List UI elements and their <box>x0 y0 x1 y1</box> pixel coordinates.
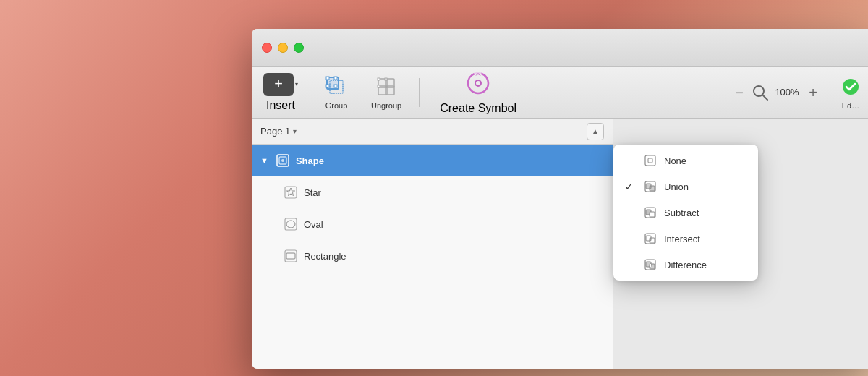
menu-item-subtract[interactable]: Subtract <box>613 200 758 226</box>
dropdown-menu: None ✓ Union <box>613 145 758 281</box>
zoom-area: − 100% + <box>731 83 822 102</box>
group-button[interactable]: Group <box>316 71 357 114</box>
svg-rect-29 <box>645 155 655 166</box>
menu-label-union: Union <box>664 181 689 192</box>
create-symbol-button[interactable]: Create Symbol <box>428 66 528 119</box>
main-content: Page 1 ▾ ▲ ▼ <box>252 119 868 369</box>
none-icon <box>644 154 657 167</box>
expand-arrow-icon: ▼ <box>260 156 268 165</box>
layer-name-rectangle: Rectangle <box>304 251 346 262</box>
svg-point-15 <box>468 73 488 93</box>
svg-point-26 <box>286 221 295 228</box>
toolbar-separator-2 <box>419 78 420 107</box>
toolbar-separator-1 <box>307 78 307 107</box>
insert-dropdown-arrow-icon: ▾ <box>295 81 298 87</box>
svg-rect-6 <box>334 85 337 87</box>
main-window: + ▾ Insert <box>252 29 868 369</box>
none-checkmark <box>625 155 637 166</box>
svg-rect-11 <box>378 78 380 80</box>
layer-name-star: Star <box>304 187 321 198</box>
svg-rect-3 <box>326 77 329 80</box>
ungroup-label: Ungroup <box>371 101 401 110</box>
zoom-in-button[interactable]: + <box>804 85 822 100</box>
page-up-arrow-icon: ▲ <box>592 127 599 135</box>
svg-point-19 <box>843 79 859 95</box>
group-icon <box>325 75 348 98</box>
page-nav-button[interactable]: ▲ <box>587 123 604 140</box>
layer-row-star[interactable]: Star <box>252 176 613 208</box>
edit-label: Ed… <box>842 101 859 110</box>
layer-name-oval: Oval <box>304 219 323 230</box>
ungroup-icon <box>375 75 398 98</box>
menu-label-intersect: Intersect <box>664 234 700 244</box>
menu-label-subtract: Subtract <box>664 208 699 218</box>
difference-icon <box>644 258 657 271</box>
menu-label-difference: Difference <box>664 260 707 270</box>
subtract-checkmark <box>625 208 637 218</box>
create-symbol-icon <box>465 70 491 99</box>
insert-plus-icon: + <box>274 76 283 93</box>
intersect-checkmark <box>625 234 637 244</box>
svg-point-16 <box>475 80 481 86</box>
difference-checkmark <box>625 260 637 270</box>
page-chevron-icon: ▾ <box>293 127 297 135</box>
layer-name-shape: Shape <box>296 155 324 166</box>
union-checkmark: ✓ <box>625 181 637 192</box>
menu-item-union[interactable]: ✓ Union <box>613 174 758 200</box>
intersect-icon <box>644 232 657 245</box>
svg-rect-13 <box>378 85 380 87</box>
maximize-button[interactable] <box>294 43 304 53</box>
menu-label-none: None <box>664 155 686 166</box>
svg-rect-40 <box>650 238 651 241</box>
layer-row-shape[interactable]: ▼ Shape <box>252 145 613 176</box>
svg-line-18 <box>762 95 767 100</box>
menu-item-none[interactable]: None <box>613 148 758 174</box>
zoom-value: 100% <box>773 87 801 98</box>
svg-point-22 <box>281 159 284 162</box>
titlebar <box>252 29 868 67</box>
svg-rect-36 <box>650 212 655 217</box>
oval-icon <box>284 217 298 231</box>
group-label: Group <box>326 101 348 110</box>
svg-rect-5 <box>326 85 329 87</box>
svg-rect-44 <box>650 264 651 267</box>
zoom-search-icon <box>751 83 770 102</box>
page-selector[interactable]: Page 1 ▾ ▲ <box>252 119 613 145</box>
svg-rect-12 <box>385 78 387 80</box>
edit-icon <box>839 75 862 98</box>
ungroup-button[interactable]: Ungroup <box>362 71 410 114</box>
create-symbol-label: Create Symbol <box>440 102 516 115</box>
star-icon <box>284 185 298 200</box>
rectangle-icon <box>284 249 298 263</box>
insert-label: Insert <box>266 99 295 112</box>
layers-list: ▼ Shape <box>252 145 613 369</box>
page-name: Page 1 <box>260 126 290 137</box>
svg-marker-24 <box>287 188 295 196</box>
toolbar: + ▾ Insert <box>252 67 868 119</box>
svg-rect-30 <box>648 158 652 163</box>
page-selector-label[interactable]: Page 1 ▾ <box>260 126 297 137</box>
close-button[interactable] <box>262 43 272 53</box>
menu-item-difference[interactable]: Difference <box>613 252 758 278</box>
svg-rect-28 <box>286 253 295 259</box>
minimize-button[interactable] <box>278 43 288 53</box>
svg-rect-4 <box>334 77 337 80</box>
layer-row-rectangle[interactable]: Rectangle <box>252 240 613 272</box>
shape-group-icon <box>276 153 290 168</box>
menu-item-intersect[interactable]: Intersect <box>613 226 758 252</box>
edit-button[interactable]: Ed… <box>839 75 862 110</box>
sidebar: Page 1 ▾ ▲ ▼ <box>252 119 613 369</box>
traffic-lights <box>262 43 304 53</box>
union-icon <box>644 180 657 193</box>
subtract-icon <box>644 206 657 219</box>
layer-row-oval[interactable]: Oval <box>252 208 613 240</box>
zoom-out-button[interactable]: − <box>731 85 748 100</box>
insert-button[interactable]: + ▾ Insert <box>263 73 298 112</box>
svg-rect-33 <box>650 186 655 191</box>
